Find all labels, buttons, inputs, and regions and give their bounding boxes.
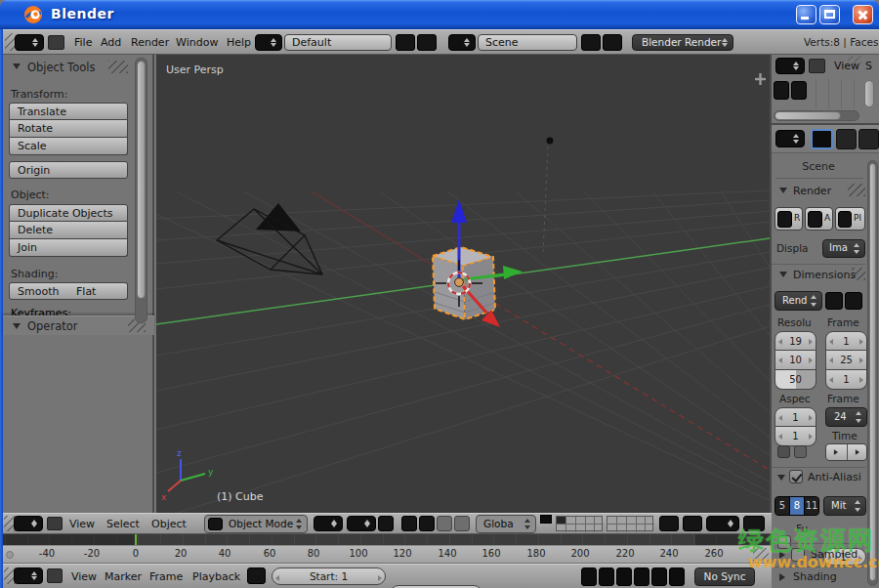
preset-delete-button[interactable] — [845, 292, 862, 310]
play-button[interactable] — [634, 567, 649, 586]
header-icon[interactable] — [809, 59, 825, 73]
crop-checkbox[interactable] — [794, 445, 807, 458]
mode-dropdown[interactable]: Object Mode — [204, 515, 308, 533]
rotate-manipulator-toggle[interactable] — [437, 516, 452, 531]
scrollbar-thumb[interactable] — [774, 111, 841, 120]
layers-group-2[interactable] — [607, 516, 653, 531]
preset-add-button[interactable] — [825, 292, 843, 310]
scene-delete-button[interactable] — [603, 34, 622, 51]
scale-manipulator-toggle[interactable] — [454, 516, 470, 531]
layout-delete-button[interactable] — [417, 34, 437, 51]
header-icon[interactable] — [47, 517, 63, 530]
operator-panel-header[interactable]: Operator — [3, 315, 154, 335]
frame-end-field[interactable]: 25 — [825, 351, 867, 370]
tool-shelf-scrollbar[interactable] — [135, 58, 147, 323]
aa-samples-5[interactable]: 5 — [775, 497, 790, 515]
orientation-dropdown[interactable]: Globa — [476, 515, 536, 533]
panel-drag-hatch[interactable] — [108, 61, 128, 73]
pivot-dropdown[interactable] — [347, 516, 376, 531]
snap-toggle[interactable] — [659, 516, 679, 531]
border-checkbox[interactable] — [777, 445, 790, 458]
scale-button[interactable]: Scale — [9, 138, 128, 155]
panel-collapse-icon[interactable] — [13, 63, 21, 69]
view3d-menu-select[interactable]: Select — [106, 518, 140, 530]
outliner-menu-search[interactable]: S — [865, 60, 872, 72]
view3d-menu-object[interactable]: Object — [151, 518, 187, 530]
duplicate-objects-button[interactable]: Duplicate Objects — [9, 204, 128, 222]
prev-keyframe-button[interactable] — [599, 567, 614, 586]
timeline-menu-playback[interactable]: Playback — [192, 570, 240, 583]
section-collapse-icon[interactable] — [779, 272, 787, 277]
play-reverse-button[interactable] — [616, 567, 632, 586]
viewport-3d[interactable]: z y x User Persp (1) Cube — [156, 55, 770, 513]
viewport-shading-dropdown[interactable] — [314, 516, 343, 531]
panel-drag-hatch[interactable] — [848, 184, 865, 196]
pivot-align-toggle[interactable] — [378, 516, 394, 531]
panel-collapse-icon[interactable] — [13, 323, 21, 329]
timeline-menu-frame[interactable]: Frame — [149, 570, 183, 583]
manipulator-toggle[interactable] — [401, 516, 417, 531]
origin-button[interactable]: Origin — [9, 161, 128, 179]
active-layer-cell[interactable] — [557, 517, 565, 524]
delete-button[interactable]: Delete — [9, 222, 128, 239]
layout-add-button[interactable] — [396, 34, 415, 51]
properties-scrollbar[interactable] — [867, 160, 878, 586]
close-button[interactable] — [853, 5, 873, 24]
scene-add-button[interactable] — [581, 34, 601, 51]
display-dropdown[interactable]: Ima — [822, 239, 865, 258]
tab-render-active[interactable] — [811, 129, 833, 149]
maximize-button[interactable] — [819, 5, 840, 24]
outliner-item-icon[interactable] — [791, 81, 807, 100]
jump-start-button[interactable] — [581, 567, 597, 586]
frame-start-field[interactable]: 1 — [825, 331, 867, 351]
sync-mode-dropdown[interactable]: No Sync — [694, 567, 755, 586]
editor-type-dropdown[interactable] — [775, 58, 805, 74]
menu-window[interactable]: Window — [176, 36, 218, 49]
outliner-hscrollbar[interactable] — [774, 110, 859, 121]
frame-start-field[interactable]: Start: 1 — [272, 567, 386, 585]
render-animation-button[interactable]: A — [805, 207, 833, 231]
layers-group-1[interactable] — [556, 516, 603, 531]
area-corner-hatch[interactable] — [848, 56, 861, 63]
aa-samples-11[interactable]: 11 — [805, 497, 818, 515]
editor-type-dropdown[interactable] — [15, 34, 44, 51]
translate-manipulator-toggle[interactable] — [419, 516, 435, 531]
resolution-y-field[interactable]: 10 — [774, 351, 816, 370]
resolution-x-field[interactable]: 19 — [774, 331, 816, 351]
section-expand-icon[interactable] — [779, 573, 785, 581]
outliner-item-icon[interactable] — [774, 81, 789, 100]
rotate-button[interactable]: Rotate — [9, 120, 128, 138]
fps-dropdown[interactable]: 24 — [825, 407, 867, 427]
antialias-section-title[interactable]: Anti-Aliasi — [808, 471, 861, 483]
use-preview-range-toggle[interactable] — [247, 567, 266, 584]
section-collapse-icon[interactable] — [777, 475, 785, 481]
next-keyframe-button[interactable] — [651, 567, 667, 586]
snap-element-button[interactable] — [683, 516, 702, 531]
timeline-ruler[interactable]: -40 -20 0 20 40 60 80 100 120 140 160 18… — [3, 545, 772, 564]
editor-type-dropdown[interactable] — [14, 516, 43, 531]
timeline-menu-view[interactable]: View — [71, 570, 97, 583]
render-image-button[interactable]: R — [774, 207, 803, 231]
timeline-track[interactable] — [3, 534, 772, 545]
menu-help[interactable]: Help — [227, 36, 251, 49]
render-presets-dropdown[interactable]: Rend — [774, 291, 822, 311]
translate-button[interactable]: Translate — [9, 103, 128, 120]
menu-render[interactable]: Render — [131, 36, 169, 49]
scrollbar-thumb[interactable] — [137, 61, 146, 299]
scene-field[interactable]: Scene — [478, 34, 577, 51]
editor-type-dropdown[interactable] — [775, 130, 805, 147]
menu-add[interactable]: Add — [101, 36, 121, 49]
titlebar[interactable]: Blender — [0, 0, 879, 29]
join-button[interactable]: Join — [9, 239, 128, 257]
current-frame-playhead[interactable] — [135, 534, 137, 545]
layout-browse-dropdown[interactable] — [255, 34, 282, 51]
layer-lock-icon[interactable] — [540, 515, 552, 524]
resolution-percent-slider[interactable]: 50 — [774, 370, 816, 390]
header-collapse-icon[interactable] — [48, 35, 64, 50]
header-icon[interactable] — [47, 568, 63, 583]
time-remap-fields[interactable] — [825, 443, 867, 461]
operator-panel-title[interactable]: Operator — [27, 319, 77, 333]
panel-drag-hatch[interactable] — [852, 268, 865, 280]
aspect-x-field[interactable]: 1 — [774, 407, 816, 427]
tab-scene[interactable] — [836, 129, 857, 149]
